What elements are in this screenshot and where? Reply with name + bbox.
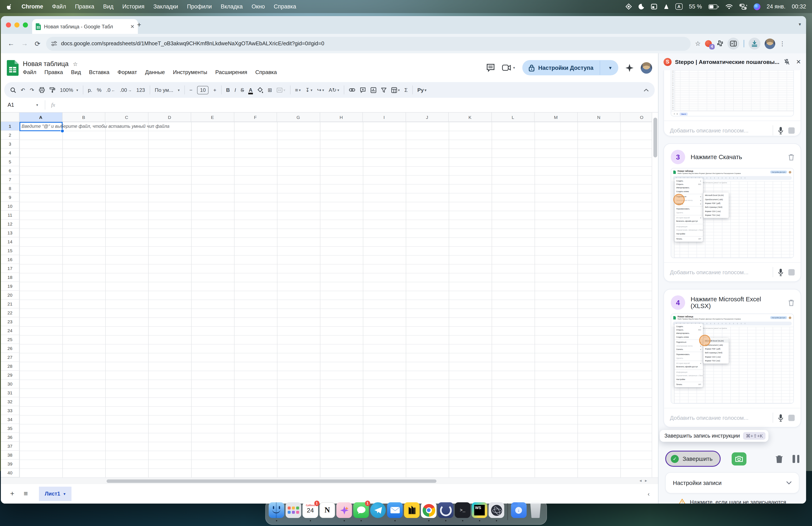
sheet-tab-dropdown-icon[interactable]: ▾ bbox=[64, 492, 66, 496]
column-header-A[interactable]: A bbox=[19, 113, 62, 122]
back-button[interactable]: ← bbox=[8, 40, 14, 47]
all-sheets-button[interactable]: ≡ bbox=[24, 489, 28, 498]
text-rotation-button[interactable]: A↻▾ bbox=[329, 87, 339, 93]
row-header-27[interactable]: 27 bbox=[1, 353, 19, 362]
dock-item-finder-icon[interactable] bbox=[269, 502, 285, 522]
sheets-menu-Расширения[interactable]: Расширения bbox=[215, 69, 247, 75]
apple-logo-icon[interactable] bbox=[7, 3, 13, 10]
row-header-40[interactable]: 40 bbox=[1, 468, 19, 477]
menubar-item-Вкладка[interactable]: Вкладка bbox=[221, 3, 243, 10]
merge-cells-button[interactable]: ▾ bbox=[277, 87, 286, 93]
dock-item-mail-icon[interactable] bbox=[387, 502, 403, 522]
collapse-toolbar-icon[interactable] bbox=[644, 88, 649, 91]
menubar-item-Правка[interactable]: Правка bbox=[75, 3, 94, 10]
sheets-menu-Инструменты[interactable]: Инструменты bbox=[173, 69, 207, 75]
wifi-icon[interactable] bbox=[725, 4, 733, 9]
dock-item-trash-icon[interactable] bbox=[528, 502, 543, 522]
siri-icon[interactable] bbox=[753, 3, 760, 10]
chrome-menu-icon[interactable]: ⋮ bbox=[780, 40, 785, 47]
voice-description-input[interactable]: Добавить описание голосом... bbox=[664, 408, 801, 427]
font-size-input[interactable]: 10 bbox=[197, 86, 209, 94]
insert-chart-button[interactable] bbox=[371, 87, 376, 93]
steppo-extension-icon[interactable]: 4 bbox=[705, 40, 712, 47]
scroll-arrows[interactable]: ◂▸ bbox=[639, 478, 650, 483]
row-header-34[interactable]: 34 bbox=[1, 415, 19, 424]
text-wrap-button[interactable]: ↪▾ bbox=[317, 87, 324, 93]
decrease-font-button[interactable]: − bbox=[189, 87, 192, 93]
stop-icon[interactable] bbox=[788, 414, 795, 421]
comment-history-icon[interactable] bbox=[487, 63, 495, 72]
menubar-item-Профили[interactable]: Профили bbox=[187, 3, 212, 10]
close-panel-icon[interactable]: ✕ bbox=[796, 58, 801, 65]
microphone-icon[interactable] bbox=[778, 126, 784, 134]
reload-button[interactable]: ⟳ bbox=[35, 40, 40, 47]
dock-item-chrome-icon[interactable] bbox=[421, 502, 437, 522]
menubar-time[interactable]: 00:32 bbox=[792, 3, 806, 10]
insert-link-button[interactable] bbox=[349, 88, 355, 92]
menubar-item-Окно[interactable]: Окно bbox=[252, 3, 265, 10]
minimize-window-button[interactable] bbox=[14, 23, 19, 28]
row-header-36[interactable]: 36 bbox=[1, 433, 19, 442]
tab-close-icon[interactable]: ✕ bbox=[130, 24, 134, 29]
row-header-5[interactable]: 5 bbox=[1, 157, 19, 166]
row-header-24[interactable]: 24 bbox=[1, 326, 19, 335]
horizontal-scrollbar[interactable]: ◂▸ bbox=[1, 477, 658, 485]
dock-item-downloads-icon[interactable]: ↓ bbox=[511, 502, 526, 522]
select-all-corner[interactable] bbox=[1, 113, 19, 122]
row-header-13[interactable]: 13 bbox=[1, 228, 19, 237]
zoom-select[interactable]: 100% ▾ bbox=[60, 87, 78, 93]
row-header-32[interactable]: 32 bbox=[1, 397, 19, 406]
row-header-39[interactable]: 39 bbox=[1, 459, 19, 468]
row-header-29[interactable]: 29 bbox=[1, 371, 19, 380]
browser-tab[interactable]: Новая таблица - Google Табл ✕ bbox=[32, 19, 138, 34]
grid-cells[interactable] bbox=[19, 122, 652, 477]
recording-settings[interactable]: Настройки записи bbox=[665, 472, 799, 494]
sheets-menu-Данные[interactable]: Данные bbox=[145, 69, 165, 75]
address-bar[interactable]: docs.google.com/spreadsheets/d/1MhoeT_oB… bbox=[46, 37, 691, 51]
input-tools-button[interactable]: Ру▾ bbox=[417, 87, 426, 93]
share-button[interactable]: Настройки Доступа ▼ bbox=[522, 60, 618, 75]
share-dropdown-icon[interactable]: ▼ bbox=[604, 66, 617, 70]
row-header-20[interactable]: 20 bbox=[1, 291, 19, 300]
stop-icon[interactable] bbox=[788, 127, 795, 133]
stage-manager-icon[interactable] bbox=[625, 3, 632, 10]
dock-item-terminal-icon[interactable]: >_ bbox=[455, 502, 470, 522]
input-source-icon[interactable]: A bbox=[675, 3, 682, 10]
increase-decimal-button[interactable]: .00→ bbox=[120, 87, 132, 93]
row-header-8[interactable]: 8 bbox=[1, 184, 19, 193]
vertical-scrollbar[interactable] bbox=[652, 113, 658, 477]
row-header-21[interactable]: 21 bbox=[1, 300, 19, 309]
voice-description-input[interactable]: Добавить описание голосом... bbox=[664, 262, 801, 281]
column-header-L[interactable]: L bbox=[492, 113, 535, 122]
star-document-icon[interactable]: ☆ bbox=[73, 61, 77, 67]
forward-button[interactable]: → bbox=[21, 40, 28, 47]
number-format-button[interactable]: 123 bbox=[136, 87, 145, 93]
screenshot-button[interactable] bbox=[731, 452, 746, 465]
currency-format-button[interactable]: р. bbox=[88, 87, 92, 93]
row-header-25[interactable]: 25 bbox=[1, 335, 19, 344]
dock-item-messages-icon[interactable]: 1 bbox=[353, 502, 369, 522]
column-header-I[interactable]: I bbox=[363, 113, 406, 122]
menubar-item-История[interactable]: История bbox=[122, 3, 145, 10]
column-header-K[interactable]: K bbox=[449, 113, 492, 122]
site-settings-icon[interactable] bbox=[52, 41, 57, 46]
vertical-scrollbar-thumb[interactable] bbox=[653, 118, 657, 157]
control-center-icon[interactable] bbox=[739, 3, 747, 10]
voice-description-input[interactable]: Добавить описание голосом... bbox=[664, 120, 801, 136]
menubar-date[interactable]: 24 янв. bbox=[767, 3, 785, 10]
column-header-G[interactable]: G bbox=[277, 113, 320, 122]
create-filter-button[interactable] bbox=[381, 87, 387, 93]
increase-font-button[interactable]: + bbox=[213, 87, 216, 93]
dock-item-swirl-app-icon[interactable] bbox=[438, 502, 453, 522]
vertical-align-button[interactable]: ↧▾ bbox=[305, 87, 312, 93]
cone-menu-icon[interactable] bbox=[663, 4, 669, 10]
sheet-tab-list1[interactable]: Лист1 ▾ bbox=[39, 487, 71, 501]
gemini-sparkle-icon[interactable] bbox=[625, 64, 634, 72]
menubar-item-Вид[interactable]: Вид bbox=[103, 3, 114, 10]
finish-button[interactable]: ✓ Завершить bbox=[665, 451, 721, 467]
horizontal-align-button[interactable]: ≡▾ bbox=[295, 87, 301, 93]
menubar-item-Справка[interactable]: Справка bbox=[274, 3, 296, 10]
column-header-J[interactable]: J bbox=[406, 113, 449, 122]
undo-icon[interactable]: ↶ bbox=[21, 87, 25, 93]
decrease-decimal-button[interactable]: .0← bbox=[106, 87, 115, 93]
